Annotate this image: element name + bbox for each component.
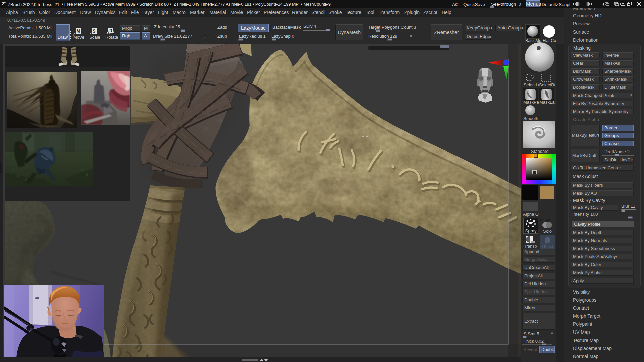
svg-text:M: M: [77, 29, 80, 34]
svg-text:R: R: [109, 28, 112, 33]
svg-text:S: S: [93, 29, 95, 34]
